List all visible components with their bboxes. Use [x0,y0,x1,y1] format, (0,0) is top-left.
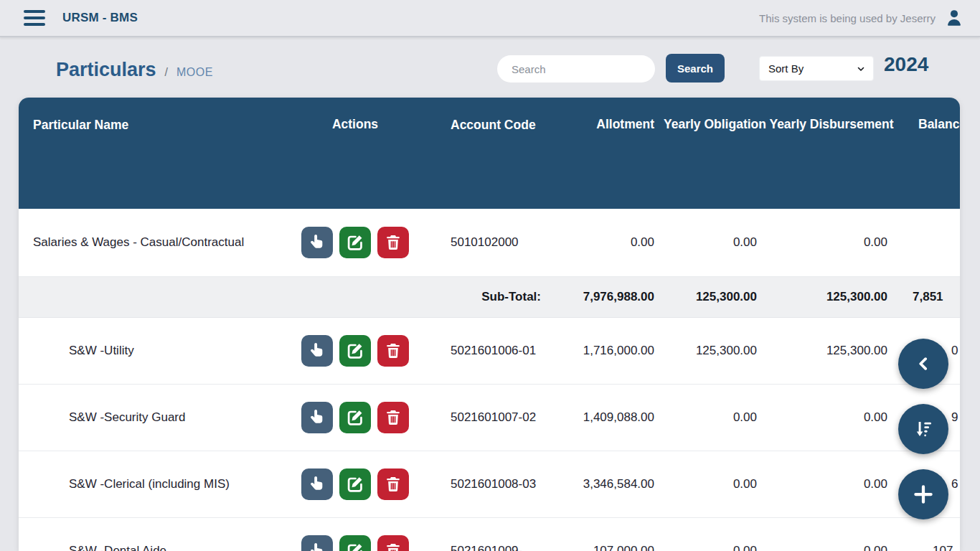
particular-name: S&W -Security Guard [19,385,280,451]
allotment-value: 3,346,584.00 [545,451,664,517]
add-particular-button[interactable] [898,469,948,519]
chevron-down-icon [856,64,866,74]
column-balance: Balance [897,98,960,209]
edit-icon [346,475,364,494]
view-button[interactable] [301,468,333,500]
edit-button[interactable] [339,227,371,258]
edit-button[interactable] [339,468,371,500]
table-row: S&W -Security Guard 5021601007-02 1,409,… [19,385,960,451]
breadcrumb-separator: / [165,66,168,79]
page-header: Particulars / MOOE Search Sort By 2024 [0,37,980,98]
trash-icon [384,408,402,427]
search-input[interactable] [497,55,655,83]
collapse-panel-button[interactable] [898,339,948,389]
particular-name: S&W -Dental Aide [19,518,280,551]
particular-name: Salaries & Wages - Casual/Contractual [19,209,280,276]
user-icon[interactable] [944,8,964,28]
delete-button[interactable] [377,468,409,500]
fiscal-year-label: 2024 [884,53,928,76]
subtotal-label: Sub-Total: [430,277,545,317]
view-button[interactable] [301,335,333,367]
edit-button[interactable] [339,402,371,433]
disbursement-value: 0.00 [766,385,897,451]
breadcrumb[interactable]: MOOE [176,66,213,79]
view-button[interactable] [301,535,333,551]
obligation-value: 0.00 [664,451,766,517]
allotment-value: 1,409,088.00 [545,385,664,451]
session-status-text: This system is being used by Jeserry [759,12,936,24]
column-allotment: Allotment [545,98,664,209]
topbar: URSM - BMS This system is being used by … [0,0,980,37]
plus-icon [911,482,936,507]
subtotal-row: Sub-Total: 7,976,988.00 125,300.00 125,3… [19,277,960,318]
account-code: 5021601007-02 [430,385,545,451]
account-code: 5021601009- [430,518,545,551]
delete-button[interactable] [377,335,409,367]
particular-name: S&W -Utility [19,318,280,384]
obligation-value: 0.00 [664,209,766,276]
table-row: S&W -Clerical (including MIS) 5021601008… [19,451,960,518]
sort-by-dropdown[interactable]: Sort By [759,56,874,81]
column-yearly-obligation: Yearly Obligation [664,98,766,209]
table-header-row: Particular Name Actions Account Code All… [19,98,960,209]
sort-order-button[interactable] [898,404,948,454]
subtotal-allotment: 7,976,988.00 [545,277,664,317]
balance-value: 107 [897,518,960,551]
delete-button[interactable] [377,535,409,551]
allotment-value: 1,716,000.00 [545,318,664,384]
obligation-value: 0.00 [664,518,766,551]
column-yearly-disbursement: Yearly Disbursement [766,98,897,209]
table-row: Salaries & Wages - Casual/Contractual 50… [19,209,960,277]
disbursement-value: 0.00 [766,451,897,517]
hand-pointer-icon [308,233,326,252]
table-row: S&W -Utility 5021601006-01 1,716,000.00 … [19,318,960,385]
hand-pointer-icon [308,342,326,360]
account-code: 5021601006-01 [430,318,545,384]
edit-icon [346,408,364,427]
disbursement-value: 0.00 [766,518,897,551]
account-code: 5021601008-03 [430,451,545,517]
subtotal-obligation: 125,300.00 [664,277,766,317]
disbursement-value: 125,300.00 [766,318,897,384]
trash-icon [384,342,402,360]
chevron-left-icon [913,353,934,375]
delete-button[interactable] [377,227,409,258]
account-code: 5010102000 [430,209,545,276]
balance-value [897,209,960,276]
search-button[interactable]: Search [666,54,725,83]
allotment-value: 107,000.00 [545,518,664,551]
edit-icon [346,342,364,360]
trash-icon [384,542,402,551]
hand-pointer-icon [308,542,326,551]
column-account-code: Account Code [430,98,545,209]
view-button[interactable] [301,402,333,433]
obligation-value: 0.00 [664,385,766,451]
page-title: Particulars [56,59,156,81]
subtotal-balance: 7,851 [897,277,960,317]
column-actions: Actions [280,98,430,209]
trash-icon [384,475,402,494]
trash-icon [384,233,402,252]
allotment-value: 0.00 [545,209,664,276]
obligation-value: 125,300.00 [664,318,766,384]
subtotal-disbursement: 125,300.00 [766,277,897,317]
column-particular-name: Particular Name [19,98,280,209]
menu-icon[interactable] [24,10,45,26]
particulars-table: Particular Name Actions Account Code All… [19,98,960,551]
edit-icon [346,233,364,252]
table-row: S&W -Dental Aide 5021601009- 107,000.00 … [19,518,960,551]
delete-button[interactable] [377,402,409,433]
hand-pointer-icon [308,408,326,427]
sort-amount-down-icon [912,418,935,441]
edit-button[interactable] [339,335,371,367]
view-button[interactable] [301,227,333,258]
edit-button[interactable] [339,535,371,551]
app-title: URSM - BMS [62,11,138,25]
sort-by-value: Sort By [768,62,804,75]
hand-pointer-icon [308,475,326,494]
disbursement-value: 0.00 [766,209,897,276]
particular-name: S&W -Clerical (including MIS) [19,451,280,517]
edit-icon [346,542,364,551]
